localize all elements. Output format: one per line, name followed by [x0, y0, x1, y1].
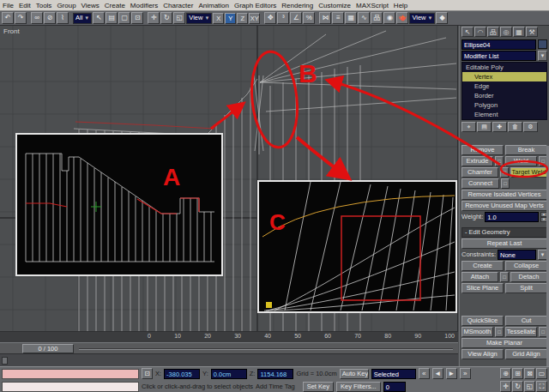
previous-frame-icon[interactable]: ◄	[432, 368, 443, 379]
go-to-end-icon[interactable]: »	[460, 368, 471, 379]
snap-toggle-icon[interactable]: ³	[277, 12, 289, 24]
menu-customize[interactable]: Customize	[316, 2, 353, 9]
stack-item-editable-poly[interactable]: Editable Poly	[462, 63, 546, 72]
connect-button[interactable]: Connect	[462, 178, 499, 189]
zoom-icon[interactable]: ⊕	[500, 368, 511, 379]
add-time-tag[interactable]: Add Time Tag	[256, 383, 295, 390]
lock-selection-icon[interactable]: ⊡	[142, 368, 153, 379]
extrude-button[interactable]: Extrude	[462, 156, 493, 166]
z-coord-field[interactable]: 1154.168	[257, 369, 293, 379]
break-button[interactable]: Break	[505, 145, 547, 155]
percent-snap-icon[interactable]: %	[303, 12, 315, 24]
chamfer-button[interactable]: Chamfer	[462, 167, 498, 178]
viewport-label[interactable]: Front	[3, 27, 20, 35]
select-and-scale-icon[interactable]: ◱	[173, 12, 185, 24]
select-object-icon[interactable]: ↖	[93, 12, 105, 24]
arc-rotate-icon[interactable]: ↻	[512, 381, 523, 392]
extrude-settings-icon[interactable]: □	[495, 156, 504, 166]
menu-edit[interactable]: Edit	[16, 2, 33, 9]
make-unique-icon[interactable]: ✚	[492, 122, 507, 132]
restrict-x-button[interactable]: X	[213, 13, 224, 24]
tab-modify-icon[interactable]: ◠	[474, 27, 486, 37]
collapse-button[interactable]: Collapse	[505, 261, 547, 271]
layer-manager-icon[interactable]: ▦	[345, 12, 357, 24]
track-bar-lower[interactable]	[0, 353, 458, 366]
quickslice-button[interactable]: QuickSlice	[462, 316, 504, 326]
split-button[interactable]: Split	[505, 283, 547, 293]
key-filters-button[interactable]: Key Filters...	[336, 382, 381, 392]
zoom-all-icon[interactable]: ⊞	[512, 368, 523, 379]
angle-snap-icon[interactable]: ∠	[290, 12, 302, 24]
cut-button[interactable]: Cut	[505, 316, 547, 326]
restrict-y-button[interactable]: Y	[225, 13, 236, 24]
stack-item-element[interactable]: Element	[462, 110, 546, 119]
pan-icon[interactable]: ✛	[500, 381, 511, 392]
mirror-icon[interactable]: ⋈	[319, 12, 331, 24]
bind-to-spacewarp-icon[interactable]: ⌇	[57, 12, 69, 24]
maxscript-mini-listener[interactable]	[2, 369, 139, 379]
time-slider[interactable]: 0 / 100	[0, 342, 458, 353]
tab-hierarchy-icon[interactable]: 品	[487, 27, 499, 37]
edit-geometry-rollout-header[interactable]: - Edit Geometry	[462, 227, 547, 238]
redo-icon[interactable]: ↷	[15, 12, 27, 24]
select-and-manipulate-icon[interactable]: ✥	[264, 12, 276, 24]
track-bar-marker[interactable]	[2, 357, 8, 365]
schematic-view-icon[interactable]: 品	[371, 12, 383, 24]
remove-unused-map-verts-button[interactable]: Remove Unused Map Verts	[462, 201, 547, 211]
menu-file[interactable]: File	[0, 2, 16, 9]
slice-plane-button[interactable]: Slice Plane	[462, 283, 504, 293]
stack-item-polygon[interactable]: Polygon	[462, 100, 546, 110]
make-planar-button[interactable]: Make Planar	[462, 338, 547, 348]
min-max-toggle-icon[interactable]: ⛶	[536, 381, 547, 392]
tab-create-icon[interactable]: ↖	[462, 27, 474, 37]
x-coord-field[interactable]: -380.035	[164, 369, 200, 379]
attach-button[interactable]: Attach	[462, 272, 498, 282]
grid-align-button[interactable]: Grid Align	[505, 349, 547, 359]
zoom-extents-icon[interactable]: ⊠	[524, 368, 535, 379]
reference-coordinate-system-dropdown[interactable]: View▼	[186, 13, 212, 24]
remove-isolated-vertices-button[interactable]: Remove Isolated Vertices	[462, 190, 547, 200]
time-slider-button[interactable]: 0 / 100	[22, 344, 74, 353]
msmooth-button[interactable]: MSmooth	[462, 327, 493, 337]
menu-views[interactable]: Views	[79, 2, 102, 9]
select-and-rotate-icon[interactable]: ↻	[160, 12, 172, 24]
menu-group[interactable]: Group	[54, 2, 78, 9]
menu-modifiers[interactable]: Modifiers	[128, 2, 160, 9]
configure-modifier-sets-icon[interactable]: ⚙	[523, 122, 538, 132]
object-color-swatch[interactable]	[538, 39, 547, 49]
pin-stack-icon[interactable]: ⌖	[462, 122, 476, 132]
selection-region-icon[interactable]: ▢	[118, 12, 130, 24]
render-scene-icon[interactable]: 🫖	[396, 12, 408, 24]
menu-rendering[interactable]: Rendering	[279, 2, 316, 9]
select-by-name-icon[interactable]: ▤	[106, 12, 118, 24]
restrict-xy-plane-button[interactable]: XY	[249, 13, 260, 24]
attach-settings-icon[interactable]: □	[500, 272, 509, 282]
current-frame-field[interactable]: 0	[383, 382, 406, 392]
create-button[interactable]: Create	[462, 261, 504, 271]
menu-create[interactable]: Create	[102, 2, 128, 9]
align-icon[interactable]: ≡	[332, 12, 344, 24]
remove-modifier-icon[interactable]: 🗑	[508, 122, 522, 132]
zoom-region-icon[interactable]: ▭	[536, 368, 547, 379]
remove-button[interactable]: Remove	[462, 145, 504, 155]
render-type-dropdown[interactable]: View▼	[409, 13, 435, 24]
track-bar[interactable]: 010 2030 4050 6070 8090 100	[0, 331, 458, 342]
selection-filter-dropdown[interactable]: All▼	[73, 13, 92, 24]
tab-utilities-icon[interactable]: ⚒	[526, 27, 538, 37]
object-name-field[interactable]: Ellipse04	[462, 39, 536, 50]
select-and-link-icon[interactable]: ∞	[31, 12, 43, 24]
go-to-start-icon[interactable]: «	[419, 368, 430, 379]
target-weld-button[interactable]: Target Weld	[510, 167, 547, 178]
selection-set-dropdown[interactable]: Selected	[371, 369, 416, 379]
auto-key-button[interactable]: Auto Key	[340, 369, 369, 379]
y-coord-field[interactable]: 0.0cm	[211, 369, 247, 379]
menu-character[interactable]: Character	[160, 2, 196, 9]
set-key-button[interactable]: Set Key	[303, 382, 334, 392]
chamfer-settings-icon[interactable]: □	[500, 167, 509, 178]
menu-help[interactable]: Help	[391, 2, 410, 9]
window-crossing-icon[interactable]: ⊡	[131, 12, 143, 24]
tab-display-icon[interactable]: ▦	[513, 27, 525, 37]
menu-animation[interactable]: Animation	[196, 2, 232, 9]
msmooth-settings-icon[interactable]: □	[495, 327, 504, 337]
tab-motion-icon[interactable]: ◎	[500, 27, 512, 37]
